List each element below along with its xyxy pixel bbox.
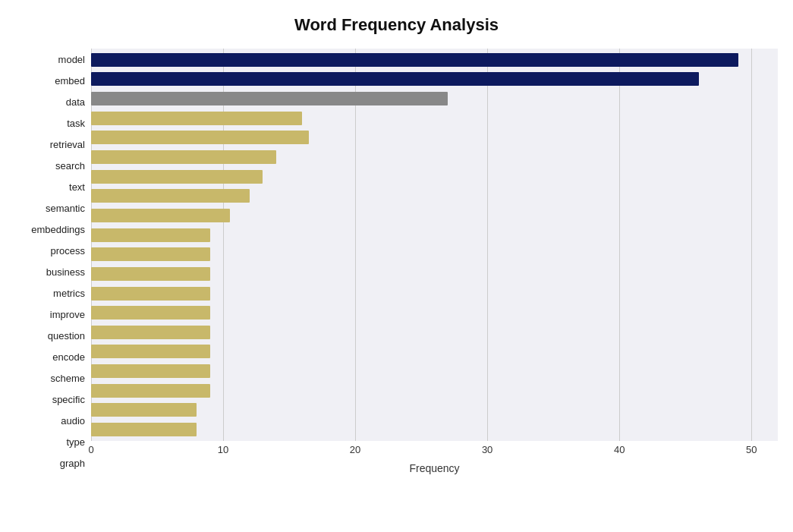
bar-row (91, 285, 778, 303)
bar-row (91, 168, 778, 186)
bar-row (91, 90, 778, 108)
bar-row (91, 128, 778, 146)
x-tick: 30 (482, 444, 492, 455)
bar (91, 53, 738, 67)
chart-title: Word Frequency Analysis (15, 15, 778, 35)
y-label: metrics (53, 285, 85, 303)
bar (91, 287, 210, 301)
x-tick: 10 (218, 444, 228, 455)
bar-row (91, 51, 778, 69)
y-label: embeddings (31, 220, 85, 238)
x-tick: 40 (614, 444, 625, 455)
y-label: data (66, 93, 85, 111)
bars-wrapper (91, 49, 778, 441)
x-tick: 50 (746, 444, 757, 455)
bar-row (91, 304, 778, 322)
bar-row (91, 342, 778, 360)
bar-row (91, 362, 778, 380)
bar-row (91, 226, 778, 244)
bar (91, 131, 309, 144)
bar (91, 150, 276, 164)
bar (91, 228, 210, 242)
y-label: embed (55, 71, 85, 90)
x-axis: 01020304050 Frequency (91, 444, 778, 474)
bar (91, 112, 302, 125)
y-label: encode (52, 348, 85, 367)
bar-row (91, 265, 778, 283)
bar (91, 306, 210, 320)
bar (91, 326, 210, 339)
y-label: retrieval (50, 135, 85, 153)
y-label: graph (60, 455, 85, 473)
y-label: audio (61, 412, 85, 430)
bar (91, 209, 230, 222)
bar-row (91, 148, 778, 166)
bar (91, 403, 197, 417)
x-ticks: 01020304050 (91, 444, 778, 459)
y-label: text (69, 178, 85, 196)
bar (91, 345, 210, 358)
bar-row (91, 420, 778, 439)
bars-and-xaxis: 01020304050 Frequency (91, 49, 778, 474)
x-axis-label: Frequency (91, 462, 778, 474)
bar (91, 423, 197, 436)
bar (91, 92, 448, 105)
y-label: question (48, 327, 85, 345)
bar (91, 189, 250, 203)
y-label: improve (50, 306, 85, 324)
bar-row (91, 382, 778, 400)
y-label: type (66, 433, 85, 452)
y-label: search (55, 156, 85, 175)
bar-row (91, 70, 778, 88)
bar-row (91, 323, 778, 342)
chart-container: Word Frequency Analysis modelembeddatata… (0, 0, 793, 532)
y-labels: modelembeddatataskretrievalsearchtextsem… (15, 49, 91, 474)
bar-row (91, 109, 778, 127)
chart-area: modelembeddatataskretrievalsearchtextsem… (15, 49, 778, 474)
y-label: process (50, 241, 85, 260)
y-label: scheme (50, 370, 85, 388)
bar (91, 364, 210, 378)
bar-row (91, 245, 778, 263)
y-label: specific (52, 391, 85, 409)
bars-grid (91, 49, 778, 441)
bar-row (91, 401, 778, 419)
bar-row (91, 206, 778, 225)
x-tick: 20 (350, 444, 360, 455)
y-label: semantic (46, 199, 85, 217)
bar (91, 384, 210, 398)
bar (91, 72, 699, 86)
bar (91, 267, 210, 281)
y-label: model (58, 50, 85, 68)
bar (91, 247, 210, 261)
x-tick: 0 (88, 444, 93, 455)
y-label: task (67, 114, 85, 132)
bar-row (91, 187, 778, 205)
y-label: business (46, 263, 85, 281)
bar (91, 170, 263, 184)
